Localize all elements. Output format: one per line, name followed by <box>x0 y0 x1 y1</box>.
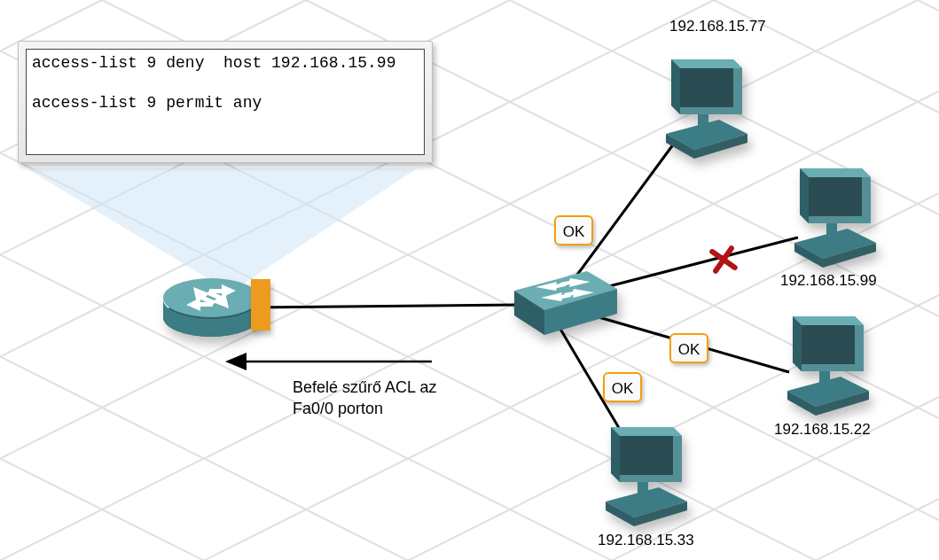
router-icon <box>158 266 264 350</box>
svg-rect-11 <box>809 175 862 216</box>
switch-icon <box>505 266 621 346</box>
acl-config-text: access-list 9 deny host 192.168.15.99 ac… <box>26 49 425 155</box>
acl-line-2: access-list 9 permit any <box>32 93 419 113</box>
svg-rect-9 <box>680 66 733 107</box>
status-ok-3: OK <box>669 333 708 363</box>
pc-icon-1 <box>650 49 765 164</box>
svg-rect-13 <box>802 323 855 364</box>
svg-point-7 <box>163 278 259 317</box>
deny-x-icon <box>708 245 739 276</box>
pc-icon-3 <box>771 306 887 421</box>
status-ok-1: OK <box>554 215 593 245</box>
status-ok-4: OK <box>603 372 642 402</box>
svg-line-1 <box>253 305 519 307</box>
acl-port-marker <box>251 279 270 331</box>
pc-icon-4 <box>590 416 705 532</box>
acl-line-1: access-list 9 deny host 192.168.15.99 <box>32 53 419 74</box>
direction-arrow <box>223 348 436 378</box>
diagram-stage: OK OK OK Befelé szűrő ACL az Fa0/0 porto… <box>0 0 939 560</box>
acl-callout: access-list 9 deny host 192.168.15.99 ac… <box>18 41 433 163</box>
svg-rect-15 <box>620 434 673 475</box>
pc-icon-2 <box>779 158 894 273</box>
acl-callout-frame: access-list 9 deny host 192.168.15.99 ac… <box>18 41 433 163</box>
